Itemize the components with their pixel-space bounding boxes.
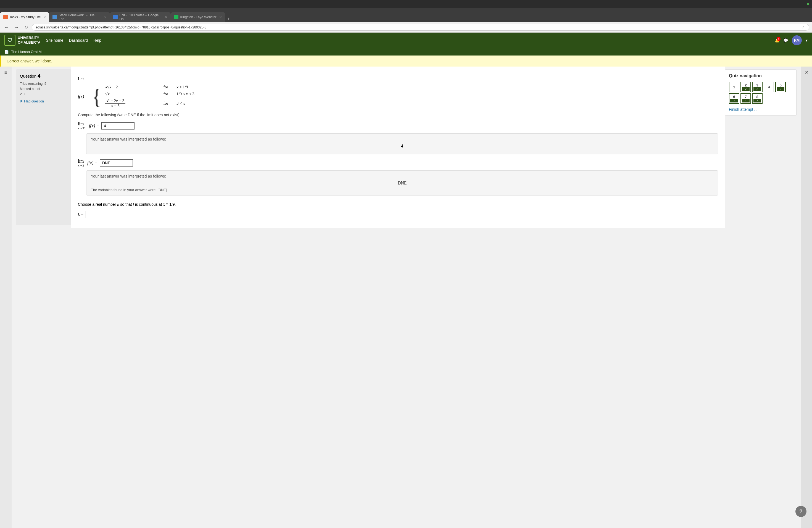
limit-1-expr: limx→3⁺ bbox=[78, 121, 86, 130]
tab-spotify[interactable]: Kingston · Faye Webster ✕ bbox=[171, 12, 225, 22]
engl-tab-icon bbox=[113, 15, 118, 19]
reload-button[interactable]: ↻ bbox=[23, 24, 30, 30]
tab-tasks-label: Tasks · My Study Life bbox=[10, 15, 41, 19]
tab-tasks[interactable]: Tasks · My Study Life ✕ bbox=[0, 12, 49, 22]
quiz-nav-btn-2[interactable]: 2 ✓ bbox=[740, 82, 751, 92]
let-text: Let bbox=[78, 76, 718, 82]
case-1-expr: k√x − 2 bbox=[105, 85, 155, 89]
quiz-nav-check-6: ✓ bbox=[730, 99, 738, 102]
notification-bell[interactable]: 🔔 4 bbox=[775, 38, 779, 43]
quiz-nav-btn-7[interactable]: 7 ✓ bbox=[740, 93, 751, 104]
finish-attempt-link[interactable]: Finish attempt ... bbox=[729, 107, 793, 112]
k-input[interactable] bbox=[86, 211, 127, 218]
tab-tasks-close[interactable]: ✕ bbox=[43, 15, 46, 19]
answer-2-note: The variables found in your answer were:… bbox=[91, 188, 713, 192]
question-content: Let f(x) = { k√x − 2 for x < 1/9 √x bbox=[71, 67, 725, 228]
hamburger-menu-button[interactable]: ≡ bbox=[4, 70, 8, 76]
flag-icon: ⚑ bbox=[20, 99, 23, 103]
tab-engl[interactable]: ENGL 103 Notes – Google Do... ✕ bbox=[110, 12, 171, 22]
nav-help[interactable]: Help bbox=[93, 38, 101, 43]
case-1-for: for bbox=[163, 85, 168, 89]
brace-icon: { bbox=[91, 86, 102, 108]
piecewise-cases: k√x − 2 for x < 1/9 √x for 1/9 ≤ x ≤ 3 bbox=[105, 85, 194, 108]
fraction-numerator: x² − 2x − 3 bbox=[105, 99, 126, 104]
forward-button[interactable]: → bbox=[13, 24, 20, 30]
back-button[interactable]: ← bbox=[3, 24, 11, 30]
flag-question-link[interactable]: ⚑ Flag question bbox=[20, 99, 68, 103]
case-2-for: for bbox=[163, 92, 168, 97]
math-definition: Let f(x) = { k√x − 2 for x < 1/9 √x bbox=[78, 76, 718, 108]
tries-label: Tries remaining: bbox=[20, 82, 44, 86]
quiz-nav-num-3: 3 bbox=[756, 83, 758, 87]
quiz-nav-btn-5[interactable]: 5 ✓ bbox=[775, 82, 786, 92]
quiz-nav-check-2: ✓ bbox=[742, 87, 750, 91]
tab-stack-close[interactable]: ✕ bbox=[104, 15, 106, 19]
limit-1-input[interactable] bbox=[101, 122, 134, 130]
url-box[interactable]: eclass.srv.ualberta.ca/mod/quiz/attempt.… bbox=[32, 24, 809, 31]
course-banner: 📄 The Human Oral M... bbox=[0, 48, 812, 56]
quiz-nav-num-8: 8 bbox=[756, 95, 758, 99]
bookmark-icon: ☆ bbox=[802, 25, 805, 29]
answer-box-2: Your last answer was interpreted as foll… bbox=[86, 171, 718, 195]
choose-k-section: Choose a real number k so that f is cont… bbox=[78, 202, 718, 218]
question-info-box: Question 4 Tries remaining: 5 Marked out… bbox=[16, 69, 71, 225]
quiz-nav-num-7: 7 bbox=[744, 95, 746, 99]
question-meta: Tries remaining: 5 Marked out of 2.00 bbox=[20, 81, 68, 97]
quiz-nav-num-5: 5 bbox=[779, 83, 781, 87]
limit-1-row: limx→3⁺ f(x) = bbox=[78, 121, 718, 130]
ua-navigation: Site home Dashboard Help bbox=[46, 38, 101, 43]
ua-university-name: UNIVERSITY OF ALBERTA bbox=[18, 35, 40, 45]
k-label: k = bbox=[78, 212, 83, 217]
question-number: Question 4 bbox=[20, 73, 68, 79]
ua-header: 🛡 UNIVERSITY OF ALBERTA Site home Dashbo… bbox=[0, 33, 812, 48]
limit-2-input[interactable] bbox=[100, 159, 133, 166]
fraction-denominator: x − 3 bbox=[110, 104, 121, 108]
tab-spotify-label: Kingston · Faye Webster bbox=[180, 15, 216, 19]
url-icons: ☆ bbox=[802, 25, 805, 29]
func-name: f(x) = bbox=[78, 94, 88, 99]
piecewise-row-1: k√x − 2 for x < 1/9 bbox=[105, 85, 194, 89]
quiz-nav-title: Quiz navigation bbox=[729, 73, 793, 78]
right-panel-close: ✕ bbox=[801, 67, 812, 528]
chat-icon[interactable]: 💬 bbox=[783, 38, 788, 43]
correct-answer-text: Correct answer, well done. bbox=[6, 59, 52, 63]
correct-answer-banner: Correct answer, well done. bbox=[0, 56, 812, 67]
quiz-nav-btn-6[interactable]: 6 ✓ bbox=[729, 93, 739, 104]
new-tab-button[interactable]: + bbox=[225, 16, 233, 22]
quiz-nav-btn-8[interactable]: 8 ✓ bbox=[752, 93, 763, 104]
marked-label: Marked out of bbox=[20, 87, 40, 91]
tasks-tab-icon bbox=[3, 15, 8, 19]
choose-k-text: Choose a real number k so that f is cont… bbox=[78, 202, 718, 207]
close-button[interactable]: ✕ bbox=[804, 69, 809, 528]
browser-chrome bbox=[0, 0, 812, 8]
quiz-nav-btn-3[interactable]: 3 ✓ bbox=[752, 82, 763, 92]
tab-spotify-close[interactable]: ✕ bbox=[219, 15, 222, 19]
tab-stack[interactable]: Stack Homework 6- Due Frid... ✕ bbox=[49, 12, 110, 22]
limit-2-expr: limx→3 bbox=[78, 159, 84, 167]
tab-engl-label: ENGL 103 Notes – Google Do... bbox=[119, 13, 162, 21]
tab-engl-close[interactable]: ✕ bbox=[165, 15, 168, 19]
quiz-nav-check-7: ✓ bbox=[742, 99, 750, 102]
case-3-expr: x² − 2x − 3 x − 3 bbox=[105, 99, 155, 108]
k-input-row: k = bbox=[78, 211, 718, 218]
tries-value: 5 bbox=[44, 82, 46, 86]
help-button[interactable]: ? bbox=[795, 506, 807, 517]
ua-header-icons: 🔔 4 💬 KM ▾ bbox=[775, 35, 808, 45]
case-1-domain: x < 1/9 bbox=[176, 85, 188, 89]
course-banner-icon: 📄 bbox=[4, 50, 9, 54]
quiz-nav-num-1: 1 bbox=[733, 85, 735, 89]
nav-dashboard[interactable]: Dashboard bbox=[69, 38, 88, 43]
user-avatar[interactable]: KM bbox=[792, 35, 802, 45]
spotify-tab-icon bbox=[174, 15, 178, 19]
nav-site-home[interactable]: Site home bbox=[46, 38, 63, 43]
url-text: eclass.srv.ualberta.ca/mod/quiz/attempt.… bbox=[36, 25, 802, 29]
tab-bar: Tasks · My Study Life ✕ Stack Homework 6… bbox=[0, 8, 812, 22]
quiz-nav-btn-1[interactable]: 1 bbox=[729, 82, 739, 92]
quiz-navigation-panel: Quiz navigation 1 2 ✓ 3 ✓ 4 5 ✓ bbox=[725, 69, 797, 116]
browser-dot bbox=[807, 3, 809, 5]
account-chevron-icon[interactable]: ▾ bbox=[806, 38, 808, 43]
limit-2-func: f(x) = bbox=[87, 160, 98, 165]
case-2-domain: 1/9 ≤ x ≤ 3 bbox=[176, 92, 194, 97]
compute-instruction: Compute the following (write DNE if the … bbox=[78, 113, 718, 117]
quiz-nav-btn-4[interactable]: 4 bbox=[764, 82, 774, 92]
